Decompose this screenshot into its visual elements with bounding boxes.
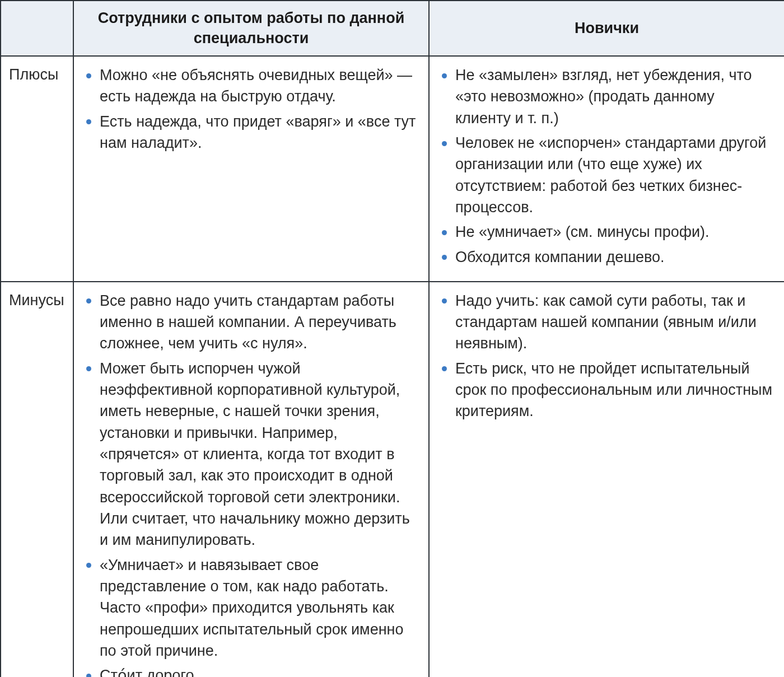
list-plus-newcomers: Не «замылен» взгляд, нет убеждения, что …	[440, 64, 773, 268]
list-item: Не «умничает» (см. минусы профи).	[455, 221, 773, 242]
list-item: Надо учить: как самой сути работы, так и…	[455, 290, 773, 354]
header-row: Сотрудники с опытом работы по данной спе…	[1, 1, 784, 56]
cell-plus-experienced: Можно «не объяснять очевидных вещей» — е…	[73, 56, 429, 282]
list-item: Есть надежда, что придет «варяг» и «все …	[100, 111, 417, 154]
cell-plus-newcomers: Не «замылен» взгляд, нет убеждения, что …	[429, 56, 784, 282]
list-minus-experienced: Все равно надо учить стандартам работы и…	[84, 290, 417, 677]
row-plus: Плюсы Можно «не объяснять очевидных веще…	[1, 56, 784, 282]
header-corner	[1, 1, 73, 56]
comparison-table: Сотрудники с опытом работы по данной спе…	[0, 0, 784, 677]
row-label-minus: Минусы	[1, 282, 73, 677]
list-item: Человек не «испорчен» стандартами другой…	[455, 132, 773, 218]
list-item: Можно «не объяснять очевидных вещей» — е…	[100, 64, 417, 108]
list-item: Не «замылен» взгляд, нет убеждения, что …	[455, 64, 773, 129]
list-plus-experienced: Можно «не объяснять очевидных вещей» — е…	[84, 64, 417, 153]
header-newcomers: Новички	[429, 1, 784, 56]
header-experienced: Сотрудники с опытом работы по данной спе…	[73, 1, 429, 56]
cell-minus-experienced: Все равно надо учить стандартам работы и…	[73, 282, 429, 677]
list-item: Может быть испорчен чужой неэффективной …	[100, 358, 417, 551]
list-minus-newcomers: Надо учить: как самой сути работы, так и…	[440, 290, 773, 422]
list-item: Все равно надо учить стандартам работы и…	[100, 290, 417, 354]
row-label-plus: Плюсы	[1, 56, 73, 282]
list-item: «Умничает» и навязывает свое представлен…	[100, 554, 417, 662]
list-item: Сто́ит дорого.	[100, 665, 417, 677]
list-item: Есть риск, что не пройдет испытательный …	[455, 358, 773, 422]
cell-minus-newcomers: Надо учить: как самой сути работы, так и…	[429, 282, 784, 677]
list-item: Обходится компании дешево.	[455, 246, 773, 268]
row-minus: Минусы Все равно надо учить стандартам р…	[1, 282, 784, 677]
